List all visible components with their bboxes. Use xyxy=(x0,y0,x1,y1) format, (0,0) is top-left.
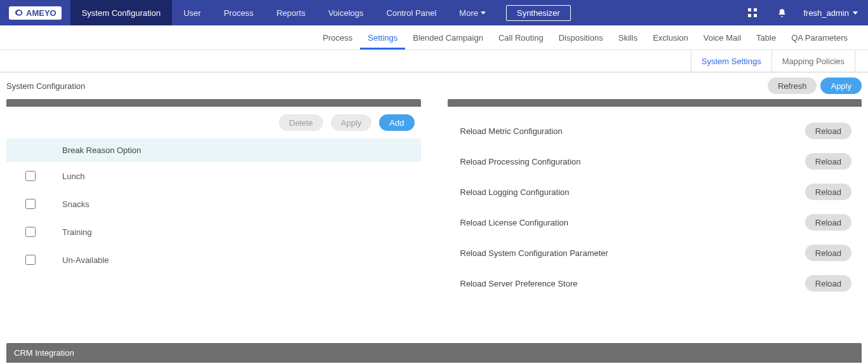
subtab-skills[interactable]: Skills xyxy=(611,25,645,50)
reload-button[interactable]: Reload xyxy=(805,153,851,170)
nav-process[interactable]: Process xyxy=(212,0,265,25)
settings-subtabs: Process Settings Blended Campaign Call R… xyxy=(0,25,868,50)
reload-button[interactable]: Reload xyxy=(805,184,851,200)
reload-label: Reload Metric Configuration xyxy=(460,126,805,136)
reload-label: Reload Server Preference Store xyxy=(460,279,805,288)
subtab-exclusion[interactable]: Exclusion xyxy=(645,25,696,50)
break-checkbox[interactable] xyxy=(25,199,36,209)
svg-rect-0 xyxy=(748,8,751,11)
reload-list: Reload Metric Configuration Reload Reloa… xyxy=(448,107,862,307)
nav-user-menu[interactable]: fresh_admin xyxy=(797,0,868,25)
break-label: Un-Available xyxy=(62,255,109,265)
break-item-lunch: Lunch xyxy=(6,162,421,190)
break-delete-button[interactable]: Delete xyxy=(279,114,323,131)
reload-row-metric: Reload Metric Configuration Reload xyxy=(448,116,862,146)
brand-name: AMEYO xyxy=(26,8,57,18)
reload-row-license: Reload License Configuration Reload xyxy=(448,207,862,238)
reload-row-server-pref: Reload Server Preference Store Reload xyxy=(448,268,862,299)
reload-row-processing: Reload Processing Configuration Reload xyxy=(448,146,862,177)
reload-button[interactable]: Reload xyxy=(805,275,851,292)
svg-rect-1 xyxy=(754,8,757,11)
nav-reports[interactable]: Reports xyxy=(265,0,317,25)
refresh-button[interactable]: Refresh xyxy=(768,78,817,94)
reload-label: Reload Processing Configuration xyxy=(460,157,805,166)
page-title: System Configuration xyxy=(6,81,85,91)
reload-card: Reload Metric Configuration Reload Reloa… xyxy=(448,99,862,307)
subtab-blended-campaign[interactable]: Blended Campaign xyxy=(405,25,491,50)
reload-button[interactable]: Reload xyxy=(805,214,851,231)
content-scroll[interactable]: Delete Apply Add Break Reason Option Lun… xyxy=(0,99,868,364)
nav-system-configuration[interactable]: System Configuration xyxy=(70,0,172,25)
reload-row-system-config-param: Reload System Configuration Parameter Re… xyxy=(448,238,862,268)
brand-logo[interactable]: AMEYO xyxy=(0,0,70,25)
synthesizer-button[interactable]: Synthesizer xyxy=(506,5,571,21)
card-header-bar xyxy=(448,99,862,107)
subtab-process[interactable]: Process xyxy=(315,25,360,50)
reload-button[interactable]: Reload xyxy=(805,123,851,139)
svg-rect-3 xyxy=(754,14,757,17)
crm-header: CRM Integration xyxy=(6,343,862,363)
break-add-button[interactable]: Add xyxy=(379,114,414,131)
subtab-table[interactable]: Table xyxy=(749,25,784,50)
page-header: System Configuration Refresh Apply xyxy=(0,72,868,99)
subtab-call-routing[interactable]: Call Routing xyxy=(491,25,551,50)
reload-row-logging: Reload Logging Configuration Reload xyxy=(448,177,862,207)
apps-icon[interactable] xyxy=(738,0,767,25)
break-reason-list: Break Reason Option Lunch Snacks Trainin… xyxy=(6,138,421,274)
nav-control-panel[interactable]: Control Panel xyxy=(375,0,448,25)
subtab-dispositions[interactable]: Dispositions xyxy=(551,25,611,50)
break-label: Training xyxy=(62,227,91,237)
break-checkbox[interactable] xyxy=(25,255,36,265)
settings-subtabs-2-wrap: System Settings Mapping Policies xyxy=(0,50,868,72)
bell-icon[interactable] xyxy=(767,0,797,25)
subtab-settings[interactable]: Settings xyxy=(360,25,405,50)
break-checkbox[interactable] xyxy=(25,171,36,181)
reload-label: Reload System Configuration Parameter xyxy=(460,248,805,258)
nav-user[interactable]: User xyxy=(172,0,212,25)
top-navbar: AMEYO System Configuration User Process … xyxy=(0,0,868,25)
reload-label: Reload License Configuration xyxy=(460,218,805,227)
chevron-down-icon xyxy=(481,11,486,15)
break-label: Lunch xyxy=(62,172,84,181)
break-label: Snacks xyxy=(62,199,90,209)
break-reason-header: Break Reason Option xyxy=(6,138,421,162)
subtab-voice-mail[interactable]: Voice Mail xyxy=(696,25,749,50)
break-item-training: Training xyxy=(6,218,421,246)
subtab2-system-settings[interactable]: System Settings xyxy=(691,50,772,72)
reload-label: Reload Logging Configuration xyxy=(460,187,805,197)
card-header-bar xyxy=(6,99,421,107)
subtab2-mapping-policies[interactable]: Mapping Policies xyxy=(772,50,855,72)
break-apply-button[interactable]: Apply xyxy=(331,114,372,131)
break-item-snacks: Snacks xyxy=(6,190,421,218)
subtab-qa-parameters[interactable]: QA Parameters xyxy=(784,25,855,50)
reload-button[interactable]: Reload xyxy=(805,245,851,261)
svg-rect-2 xyxy=(748,14,751,17)
crm-integration-card: CRM Integration FRESHSALES Save API Key … xyxy=(6,343,862,364)
chevron-down-icon xyxy=(853,11,858,15)
break-checkbox[interactable] xyxy=(25,227,36,237)
break-reason-card: Delete Apply Add Break Reason Option Lun… xyxy=(6,99,421,307)
nav-more[interactable]: More xyxy=(448,0,497,25)
nav-voicelogs[interactable]: Voicelogs xyxy=(317,0,375,25)
break-item-unavailable: Un-Available xyxy=(6,246,421,274)
apply-button[interactable]: Apply xyxy=(820,78,862,94)
brand-icon xyxy=(14,9,24,17)
